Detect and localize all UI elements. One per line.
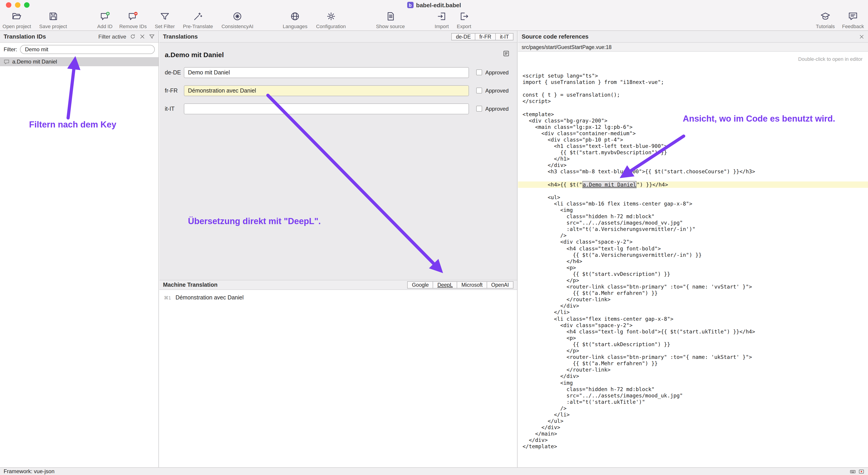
close-icon[interactable] — [859, 34, 864, 39]
toolbar-tutorials-button[interactable]: Tutorials — [816, 11, 835, 29]
save-project-icon — [48, 11, 58, 23]
toolbar-consistency-ai-button[interactable]: ConsistencyAI — [221, 11, 253, 29]
language-tab-de-DE[interactable]: de-DE — [452, 33, 475, 40]
translation-id-label: a.Demo mit Daniel — [12, 59, 57, 65]
toolbar-feedback-button[interactable]: Feedback — [842, 11, 864, 29]
code-line: </ul> — [518, 418, 868, 424]
toolbar-open-project-button[interactable]: Open project — [2, 11, 31, 29]
code-line: /> — [518, 233, 868, 239]
approved-checkbox-it-IT[interactable] — [476, 106, 482, 112]
code-line: </div> — [518, 373, 868, 379]
translation-input-de-DE[interactable] — [184, 67, 469, 78]
remove-ids-icon — [128, 11, 138, 23]
code-line: {{ $t("start.myvbvDescription") }} — [518, 149, 868, 156]
filter-active-label: Filter active — [98, 33, 126, 40]
code-line: <li class="flex items-center gap-x-8"> — [518, 315, 868, 322]
code-line: </h1> — [518, 156, 868, 162]
machine-translation-header: Machine Translation GoogleDeepLMicrosoft… — [159, 280, 517, 290]
toolbar-add-id-button[interactable]: Add ID — [97, 11, 112, 29]
code-line: src="../../assets/images/mood_uk.jpg" — [518, 392, 868, 399]
app-icon: b — [407, 2, 413, 8]
language-tab-fr-FR[interactable]: fr-FR — [475, 33, 496, 40]
toolbar-set-filter-button[interactable]: Set Filter — [155, 11, 175, 29]
highlighted-translation-key[interactable]: a.Demo mit Daniel — [582, 181, 637, 188]
translation-row-it-IT: it-ITApproved — [159, 103, 517, 114]
export-icon — [459, 11, 469, 23]
mt-suggestion-row[interactable]: ⌘1 Démonstration avec Daniel — [159, 290, 517, 301]
language-tabs: de-DEfr-FRit-IT — [452, 33, 514, 40]
code-line: :alt="t('start.ukTitle')" — [518, 399, 868, 405]
translations-header: Translations de-DEfr-FRit-IT — [159, 31, 517, 43]
language-label: fr-FR — [165, 88, 178, 94]
code-line: <img — [518, 207, 868, 213]
code-line: /> — [518, 405, 868, 411]
code-line: </script> — [518, 98, 868, 105]
machine-translation-title: Machine Translation — [163, 282, 217, 288]
translations-editor: a.Demo mit Daniel de-DEApprovedfr-FRAppr… — [159, 43, 517, 280]
mt-tab-Microsoft[interactable]: Microsoft — [457, 281, 487, 289]
code-line: const { t } = useTranslation(); — [518, 92, 868, 98]
translation-input-it-IT[interactable] — [184, 103, 469, 114]
code-line: <script setup lang="ts"> — [518, 73, 868, 79]
code-line: <h3 class="mb-8 text-blue-900">{{ $t("st… — [518, 169, 868, 175]
translation-id-list: a.Demo mit Daniel — [0, 57, 158, 467]
code-line: <template> — [518, 111, 868, 117]
code-line: </li> — [518, 411, 868, 418]
filter-row: Filter: — [0, 43, 158, 56]
code-line: <div class="container-medium"> — [518, 130, 868, 137]
refresh-icon[interactable] — [130, 34, 136, 39]
open-project-icon — [12, 11, 22, 23]
translation-ids-header: Translation IDs Filter active — [0, 31, 158, 43]
toolbar-export-button[interactable]: Export — [457, 11, 471, 29]
source-code[interactable]: <script setup lang="ts">import { useTran… — [518, 73, 868, 450]
window-title-text: babel-edit.babel — [416, 2, 461, 8]
code-line — [518, 85, 868, 92]
code-line — [518, 175, 868, 181]
code-line: :alt="t('a.Versicherungsvermittler/-in')… — [518, 226, 868, 233]
translation-id-item[interactable]: a.Demo mit Daniel — [0, 57, 158, 66]
source-references-title: Source code references — [522, 33, 589, 40]
toolbar-save-project-button[interactable]: Save project — [39, 11, 67, 29]
toolbar-label: Add ID — [97, 24, 112, 29]
app-window: b babel-edit.babel Open projectSave proj… — [0, 0, 868, 475]
notes-icon[interactable] — [502, 50, 510, 59]
mt-tab-OpenAI[interactable]: OpenAI — [487, 281, 514, 289]
toolbar-pre-translate-button[interactable]: Pre-Translate — [183, 11, 213, 29]
languages-icon — [290, 11, 300, 23]
mt-tab-DeepL[interactable]: DeepL — [433, 281, 457, 289]
code-line: </p> — [518, 347, 868, 354]
toolbar-show-source-button[interactable]: Show source — [376, 11, 405, 29]
show-source-icon — [385, 11, 395, 23]
code-line: <h1 class="text-left text-blue-900"> — [518, 143, 868, 149]
code-line: {{ $t("a.Versicherungsvermittler/-in") }… — [518, 251, 868, 258]
code-line: </div> — [518, 162, 868, 169]
clear-filter-icon[interactable] — [140, 34, 145, 39]
filter-icon[interactable] — [149, 34, 155, 39]
toolbar-configuration-button[interactable]: Configuration — [316, 11, 346, 29]
code-line: </div> — [518, 437, 868, 443]
import-icon — [437, 11, 447, 23]
toolbar-import-button[interactable]: Import — [435, 11, 449, 29]
approved-label: Approved — [485, 69, 509, 76]
code-line: <ul> — [518, 194, 868, 201]
code-line: {{ $t("a.Mehr erfahren") }} — [518, 290, 868, 296]
source-code-area: Double-click to open in editor <script s… — [518, 52, 868, 467]
screen-capture-icon[interactable] — [859, 468, 864, 474]
keyboard-icon[interactable] — [850, 468, 856, 474]
source-references-header: Source code references — [518, 31, 868, 43]
toolbar-languages-button[interactable]: Languages — [283, 11, 308, 29]
approved-checkbox-de-DE[interactable] — [476, 69, 482, 75]
code-line: <li class="mb-16 flex items-center gap-x… — [518, 201, 868, 207]
machine-translation-tabs: GoogleDeepLMicrosoftOpenAI — [407, 281, 514, 289]
language-tab-it-IT[interactable]: it-IT — [495, 33, 514, 40]
filter-input[interactable] — [20, 45, 155, 54]
mt-tab-Google[interactable]: Google — [407, 281, 433, 289]
code-line: <div class="pb-10 pt-4"> — [518, 137, 868, 143]
file-reference[interactable]: src/pages/start/GuestStartPage.vue:18 — [518, 43, 868, 52]
toolbar-remove-ids-button[interactable]: Remove IDs — [119, 11, 147, 29]
titlebar: b babel-edit.babel — [0, 0, 868, 10]
toolbar-label: ConsistencyAI — [221, 24, 253, 29]
translation-input-fr-FR[interactable] — [184, 85, 469, 96]
code-line: <router-link class="btn-primary" :to="{ … — [518, 283, 868, 290]
approved-checkbox-fr-FR[interactable] — [476, 88, 482, 94]
